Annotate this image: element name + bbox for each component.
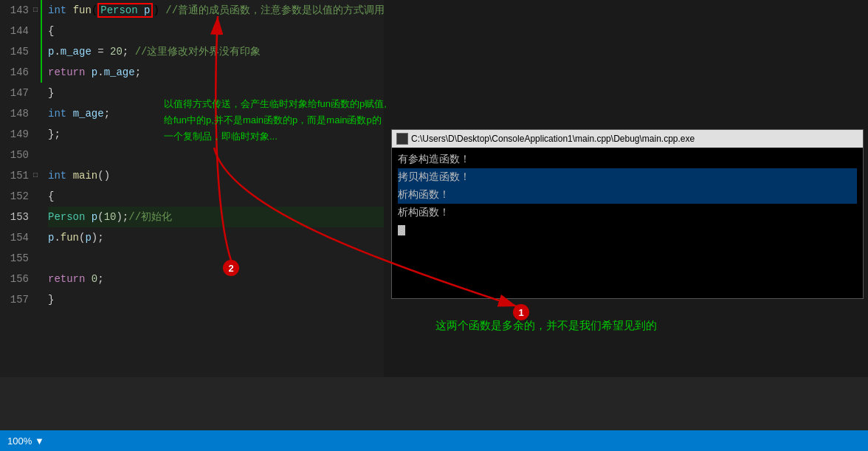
label-badge-1: 1 bbox=[513, 304, 529, 320]
code-line-157: } bbox=[48, 289, 384, 310]
code-line-153: Person p(10);//初始化 bbox=[48, 207, 384, 227]
label-badge-2: 2 bbox=[223, 260, 239, 276]
line-numbers: 143 □ 144 145 146 147 148 149 150 151 □ … bbox=[0, 0, 41, 377]
console-body: 有参构造函数！ 拷贝构造函数！ 析构函数！ 析构函数！ bbox=[392, 148, 863, 242]
code-line-143: int fun(Person p) //普通的成员函数，注意参数是以值的方式调用… bbox=[48, 0, 384, 21]
console-title: C:\Users\D\Desktop\ConsoleApplication1\m… bbox=[411, 134, 695, 144]
code-line-156: return 0; bbox=[48, 269, 384, 289]
code-line-152: { bbox=[48, 186, 384, 207]
annotation-value-pass: 以值得方式传送，会产生临时对象给fun函数的p赋值, 给fun中的p,并不是ma… bbox=[164, 96, 387, 145]
statusbar-zoom: 100% ▼ bbox=[7, 435, 44, 447]
zoom-dropdown-icon[interactable]: ▼ bbox=[35, 435, 44, 447]
console-line-4: 析构函数！ bbox=[398, 204, 857, 221]
code-line-145: p.m_age = 20; //这里修改对外界没有印象 bbox=[48, 41, 384, 62]
console-titlebar: C:\Users\D\Desktop\ConsoleApplication1\m… bbox=[392, 130, 863, 148]
code-line-154: p.fun(p); bbox=[48, 227, 384, 248]
code-content: int fun(Person p) //普通的成员函数，注意参数是以值的方式调用… bbox=[41, 0, 384, 377]
code-line-155 bbox=[48, 248, 384, 269]
console-line-3: 析构函数！ bbox=[398, 186, 857, 204]
code-line-144: { bbox=[48, 21, 384, 41]
console-line-1: 有参构造函数！ bbox=[398, 151, 857, 168]
statusbar: 100% ▼ bbox=[0, 430, 868, 451]
code-line-150 bbox=[48, 145, 384, 165]
annotation-redundant-functions: 这两个函数是多余的，并不是我们希望见到的 bbox=[435, 319, 657, 333]
zoom-value: 100% bbox=[7, 435, 32, 447]
code-editor: 143 □ 144 145 146 147 148 149 150 151 □ … bbox=[0, 0, 384, 377]
code-line-146: return p.m_age; bbox=[48, 62, 384, 83]
code-line-151: int main() bbox=[48, 165, 384, 186]
console-line-2: 拷贝构造函数！ bbox=[398, 168, 857, 186]
console-cursor-line bbox=[398, 221, 857, 239]
console-app-icon bbox=[396, 133, 408, 145]
editor-bottom-panel bbox=[0, 377, 868, 430]
statusbar-left: 100% ▼ bbox=[7, 435, 44, 447]
console-cursor bbox=[398, 225, 405, 235]
console-window: C:\Users\D\Desktop\ConsoleApplication1\m… bbox=[391, 129, 864, 299]
